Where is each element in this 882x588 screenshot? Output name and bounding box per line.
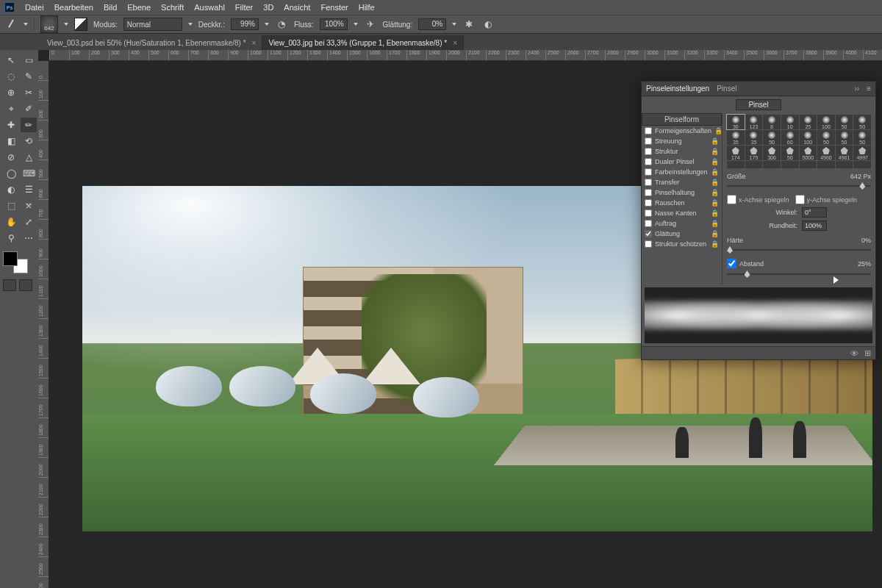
- smoothing-input[interactable]: 0%: [418, 18, 446, 30]
- brushes-button[interactable]: Pinsel: [736, 99, 781, 110]
- brush-thumbnail[interactable]: 25: [800, 115, 817, 129]
- lock-icon[interactable]: 🔒: [711, 230, 719, 237]
- brush-thumbnail[interactable]: 306: [763, 146, 781, 160]
- brush-thumbnail[interactable]: 50: [853, 130, 871, 145]
- brush-thumbnail[interactable]: 35: [727, 130, 745, 145]
- panel-tab-brush-settings[interactable]: Pinseleinstellungen: [646, 85, 709, 93]
- brush-property-item[interactable]: Struktur schützen🔒: [642, 239, 722, 249]
- document-tab[interactable]: View_003.psd bei 50% (Hue/Saturation 1, …: [41, 35, 262, 50]
- brush-thumbnail[interactable]: 10: [781, 115, 799, 129]
- brush-thumbnail[interactable]: [763, 161, 781, 168]
- move-tool-icon[interactable]: ↖: [3, 53, 19, 68]
- pressure-size-icon[interactable]: ◐: [481, 18, 495, 31]
- brush-thumbnail[interactable]: 50: [836, 115, 853, 129]
- size-value[interactable]: 642 Px: [850, 173, 871, 180]
- menu-item[interactable]: Ebene: [127, 3, 151, 12]
- collapse-icon[interactable]: ››: [854, 85, 859, 93]
- brush-thumbnail[interactable]: 174: [727, 146, 745, 160]
- menu-item[interactable]: Hilfe: [359, 3, 375, 12]
- heal-tool-icon[interactable]: ✚: [3, 118, 19, 132]
- blend-mode-select[interactable]: Normal: [123, 18, 182, 31]
- brush-thumbnail[interactable]: 100: [800, 130, 817, 145]
- rotate-view-icon[interactable]: ⤢: [21, 215, 37, 229]
- screenmode-icon[interactable]: [19, 279, 32, 291]
- crop-tool-icon[interactable]: ⊕: [3, 85, 19, 100]
- brush-property-item[interactable]: Nasse Kanten🔒: [642, 208, 722, 218]
- panel-tab-brushes[interactable]: Pinsel: [717, 85, 736, 93]
- brush-thumbnail[interactable]: [836, 161, 853, 168]
- eyedropper-tool-icon[interactable]: ✂: [21, 85, 37, 100]
- brush-property-item[interactable]: Streuung🔒: [642, 136, 722, 146]
- chevron-down-icon[interactable]: [265, 23, 269, 26]
- frame-tool-icon[interactable]: ⌖: [3, 101, 19, 116]
- close-icon[interactable]: ×: [453, 39, 457, 47]
- menu-item[interactable]: Filter: [235, 3, 253, 12]
- brush-property-item[interactable]: Struktur🔒: [642, 146, 722, 157]
- brush-thumbnail[interactable]: [817, 161, 835, 168]
- brush-thumbnail[interactable]: 50: [817, 130, 835, 145]
- lock-icon[interactable]: 🔒: [711, 168, 719, 176]
- menu-item[interactable]: 3D: [263, 3, 273, 12]
- brush-tip-shape-header[interactable]: Pinselform: [642, 113, 722, 126]
- lock-icon[interactable]: 🔒: [711, 240, 719, 248]
- close-icon[interactable]: ×: [252, 39, 257, 47]
- brush-panel-toggle-icon[interactable]: [74, 18, 87, 31]
- brush-thumbnail[interactable]: 4961: [836, 146, 853, 160]
- lock-icon[interactable]: 🔒: [711, 189, 719, 196]
- flow-input[interactable]: 100%: [320, 18, 348, 30]
- brush-thumbnail[interactable]: 123: [745, 115, 763, 129]
- blur-tool-icon[interactable]: ◯: [3, 166, 19, 181]
- size-slider[interactable]: [727, 182, 871, 190]
- quick-select-tool-icon[interactable]: ✎: [21, 69, 37, 84]
- brush-thumbnail[interactable]: 30: [727, 115, 745, 129]
- history-brush-icon[interactable]: ⟲: [21, 134, 37, 148]
- brush-thumbnail-grid[interactable]: 3012381025100505035355060100505050174175…: [727, 115, 871, 168]
- toggle-live-preview-icon[interactable]: 👁: [850, 349, 858, 358]
- eraser-tool-icon[interactable]: ⊘: [3, 150, 19, 165]
- brush-thumbnail[interactable]: 35: [745, 130, 763, 145]
- lasso-tool-icon[interactable]: ◌: [3, 69, 19, 84]
- new-brush-icon[interactable]: ⊞: [864, 348, 871, 358]
- brush-thumbnail[interactable]: [745, 161, 763, 168]
- airbrush-icon[interactable]: ✈: [364, 18, 377, 31]
- brush-thumbnail[interactable]: 5000: [800, 146, 817, 160]
- menu-item[interactable]: Bearbeiten: [54, 3, 93, 12]
- chevron-down-icon[interactable]: [64, 23, 68, 26]
- chevron-down-icon[interactable]: [188, 23, 193, 26]
- brush-tool-icon[interactable]: [4, 18, 18, 31]
- brush-thumbnail[interactable]: 8: [763, 115, 781, 129]
- opacity-input[interactable]: 99%: [231, 18, 259, 30]
- panel-menu-icon[interactable]: ≡: [867, 85, 871, 93]
- menu-item[interactable]: Bild: [104, 3, 117, 12]
- lock-icon[interactable]: 🔒: [711, 220, 719, 227]
- hardness-slider[interactable]: [727, 245, 871, 254]
- gradient-tool-icon[interactable]: △: [21, 150, 37, 165]
- lock-icon[interactable]: 🔒: [711, 137, 719, 145]
- roundness-input[interactable]: [802, 220, 827, 231]
- lock-icon[interactable]: 🔒: [711, 179, 719, 186]
- brush-property-item[interactable]: Formeigenschaften🔒: [642, 126, 722, 136]
- brush-property-item[interactable]: Dualer Pinsel🔒: [642, 157, 722, 167]
- hand-tool-icon[interactable]: ✋: [3, 215, 19, 229]
- artboard-tool-icon[interactable]: ▭: [21, 53, 37, 68]
- angle-input[interactable]: [802, 207, 827, 218]
- spacing-checkbox[interactable]: Abstand: [727, 259, 764, 268]
- pen-tool-icon[interactable]: ◐: [3, 182, 19, 197]
- slice-tool-icon[interactable]: ✐: [21, 101, 37, 116]
- brush-preset-picker[interactable]: 642: [40, 15, 58, 33]
- brush-thumbnail[interactable]: 50: [781, 146, 799, 160]
- brush-property-item[interactable]: Rauschen🔒: [642, 198, 722, 208]
- chevron-down-icon[interactable]: [354, 23, 358, 26]
- brush-property-item[interactable]: Farbeinstellungen🔒: [642, 167, 722, 177]
- edit-toolbar-icon[interactable]: ⋯: [21, 231, 37, 245]
- chevron-down-icon[interactable]: [452, 23, 456, 26]
- dodge-tool-icon[interactable]: ⌨: [21, 166, 37, 181]
- brush-thumbnail[interactable]: 4997: [853, 146, 871, 160]
- brush-thumbnail[interactable]: [800, 161, 817, 168]
- brush-property-item[interactable]: Auftrag🔒: [642, 218, 722, 229]
- foreground-color-icon[interactable]: [3, 251, 18, 266]
- brush-thumbnail[interactable]: 175: [745, 146, 763, 160]
- shape-tool-icon[interactable]: ⤧: [21, 198, 37, 213]
- brush-thumbnail[interactable]: [781, 161, 799, 168]
- brush-property-item[interactable]: Glättung🔒: [642, 229, 722, 239]
